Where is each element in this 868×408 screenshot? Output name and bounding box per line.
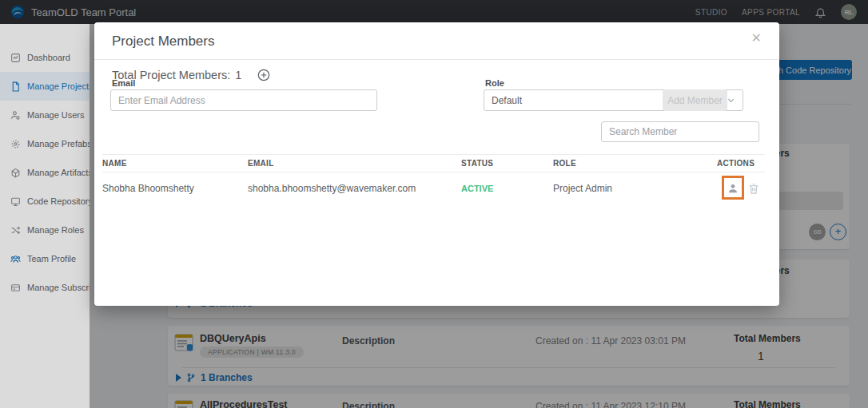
member-email: shobha.bhoomshetty@wavemaker.com: [248, 183, 461, 194]
col-actions: ACTIONS: [717, 159, 765, 168]
member-actions: [717, 172, 765, 204]
member-role: Project Admin: [553, 183, 717, 194]
member-status-badge: ACTIVE: [461, 184, 553, 193]
member-row: Shobha Bhoomshetty shobha.bhoomshetty@wa…: [102, 172, 765, 204]
member-permission-icon[interactable]: [727, 182, 739, 195]
members-table: NAME EMAIL STATUS ROLE ACTIONS Shobha Bh…: [102, 154, 765, 204]
role-label: Role: [485, 78, 504, 88]
col-role: ROLE: [553, 159, 717, 168]
email-input[interactable]: [110, 89, 377, 111]
search-member-input[interactable]: [601, 121, 759, 142]
modal-header-divider: [94, 59, 779, 60]
members-table-header: NAME EMAIL STATUS ROLE ACTIONS: [102, 154, 765, 172]
col-status: STATUS: [461, 159, 553, 168]
modal-title: Project Members: [112, 34, 214, 50]
email-label: Email: [112, 78, 135, 88]
chevron-down-icon: [727, 96, 735, 105]
col-email: EMAIL: [248, 159, 461, 168]
total-members-row: Total Project Members: 1: [112, 69, 270, 81]
col-name: NAME: [102, 159, 248, 168]
close-icon[interactable]: ✕: [751, 30, 762, 46]
add-member-button[interactable]: Add Member: [663, 89, 727, 111]
add-member-plus-icon[interactable]: [257, 69, 270, 81]
modal-backdrop-sidebar: [0, 24, 90, 408]
role-selected-value: Default: [492, 95, 522, 106]
delete-member-trash-icon[interactable]: [747, 182, 760, 195]
project-members-modal: Project Members ✕ Total Project Members:…: [94, 22, 779, 306]
total-members-count: 1: [235, 69, 241, 81]
member-name: Shobha Bhoomshetty: [102, 183, 248, 194]
modal-backdrop-top: [0, 0, 868, 24]
